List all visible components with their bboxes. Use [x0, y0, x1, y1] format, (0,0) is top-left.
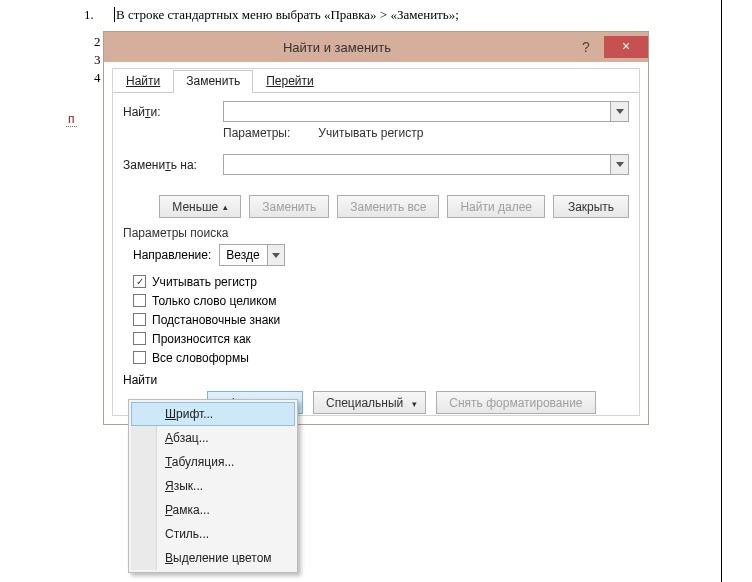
direction-label: Направление: — [133, 248, 211, 262]
menu-item-frame[interactable]: Рамка... — [131, 498, 295, 522]
word-forms-checkbox[interactable] — [133, 351, 146, 364]
menu-item-style[interactable]: Стиль... — [131, 522, 295, 546]
whole-word-label: Только слово целиком — [152, 294, 277, 308]
close-dialog-button[interactable]: Закрыть — [553, 195, 629, 218]
less-button[interactable]: Меньше▴ — [159, 195, 241, 218]
direction-arrow[interactable] — [267, 245, 284, 265]
body-text: В строке стандартных меню выбрать «Правк… — [116, 7, 459, 22]
find-dropdown-arrow[interactable] — [610, 102, 628, 121]
menu-item-highlight[interactable]: Выделение цветом — [131, 546, 295, 570]
match-case-checkbox[interactable] — [133, 275, 146, 288]
sounds-like-label: Произносится как — [152, 332, 251, 346]
tab-find[interactable]: Найти — [113, 70, 173, 93]
dialog-tabs: Найти Заменить Перейти — [113, 69, 639, 93]
sounds-like-checkbox[interactable] — [133, 332, 146, 345]
find-next-button[interactable]: Найти далее — [447, 195, 545, 218]
find-options-display: Параметры: Учитывать регистр — [223, 126, 629, 140]
special-button[interactable]: Специальный▾ — [313, 391, 426, 414]
find-input[interactable] — [223, 101, 629, 122]
paragraph-mark: п — [66, 112, 77, 127]
close-button[interactable]: × — [604, 36, 648, 58]
help-button[interactable]: ? — [570, 36, 602, 58]
find-label: Найти: — [123, 105, 223, 119]
dialog-titlebar[interactable]: Найти и заменить ? × — [104, 32, 648, 62]
whole-word-checkbox[interactable] — [133, 294, 146, 307]
wildcards-label: Подстановочные знаки — [152, 313, 280, 327]
document-line-1: 1. В строке стандартных меню выбрать «Пр… — [86, 7, 459, 23]
wildcards-checkbox[interactable] — [133, 313, 146, 326]
dialog-title: Найти и заменить — [104, 40, 570, 55]
replace-button[interactable]: Заменить — [249, 195, 329, 218]
list-numbers-partial: 2 3 4 — [94, 33, 101, 87]
menu-item-language[interactable]: Язык... — [131, 474, 295, 498]
tab-replace[interactable]: Заменить — [173, 70, 253, 93]
format-dropdown-menu: Шрифт... Абзац... Табуляция... Язык... Р… — [128, 399, 298, 573]
menu-item-paragraph[interactable]: Абзац... — [131, 426, 295, 450]
list-number: 1. — [84, 7, 94, 23]
replace-dropdown-arrow[interactable] — [610, 155, 628, 174]
replace-input[interactable] — [223, 154, 629, 175]
search-options-label: Параметры поиска — [113, 226, 639, 242]
match-case-label: Учитывать регистр — [152, 275, 257, 289]
menu-item-tabs[interactable]: Табуляция... — [131, 450, 295, 474]
dialog-body: Найти Заменить Перейти Найти: Параметры:… — [112, 68, 640, 416]
find-section-label: Найти — [113, 371, 639, 391]
replace-label: Заменить на: — [123, 158, 223, 172]
word-forms-label: Все словоформы — [152, 351, 249, 365]
replace-all-button[interactable]: Заменить все — [337, 195, 439, 218]
no-formatting-button[interactable]: Снять форматирование — [436, 391, 595, 414]
find-replace-dialog: Найти и заменить ? × Найти Заменить Пере… — [103, 31, 649, 425]
tab-goto[interactable]: Перейти — [253, 70, 327, 93]
direction-value: Везде — [226, 248, 259, 262]
menu-item-font[interactable]: Шрифт... — [131, 402, 295, 426]
direction-select[interactable]: Везде — [219, 244, 285, 266]
